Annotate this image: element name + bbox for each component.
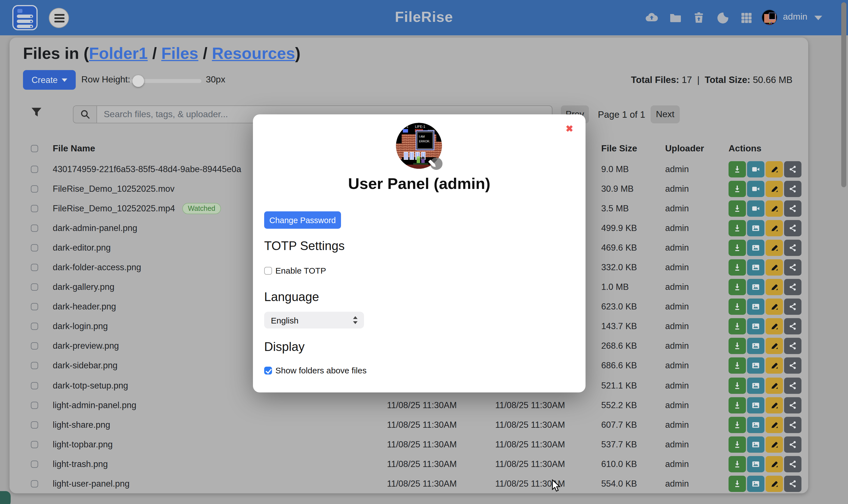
enable-totp-checkbox[interactable] — [264, 267, 272, 274]
row-checkbox[interactable] — [31, 461, 38, 468]
share-button[interactable] — [784, 181, 801, 197]
row-checkbox[interactable] — [31, 283, 38, 291]
download-button[interactable] — [728, 161, 746, 177]
preview-image-button[interactable] — [747, 299, 764, 315]
file-name[interactable]: light-trash.png — [53, 459, 108, 469]
download-button[interactable] — [728, 338, 746, 354]
avatar-edit-pencil-icon[interactable] — [428, 155, 444, 171]
file-name[interactable]: light-share.png — [53, 420, 110, 430]
preview-video-button[interactable] — [747, 181, 764, 197]
download-button[interactable] — [728, 200, 746, 216]
share-button[interactable] — [784, 417, 801, 433]
slider-thumb[interactable] — [132, 75, 144, 87]
create-button[interactable]: Create — [23, 70, 76, 90]
next-page-button[interactable]: Next — [651, 105, 680, 123]
user-menu-caret-icon[interactable] — [814, 16, 822, 20]
edit-button[interactable] — [765, 397, 783, 413]
filter-icon[interactable] — [31, 107, 42, 121]
file-name[interactable]: dark-folder-access.png — [53, 263, 141, 272]
share-button[interactable] — [784, 220, 801, 236]
edit-button[interactable] — [765, 200, 783, 216]
trash-restore-icon[interactable] — [692, 11, 706, 25]
file-name[interactable]: dark-preview.png — [53, 341, 119, 351]
breadcrumb-link-files[interactable]: Files — [161, 44, 198, 62]
row-checkbox[interactable] — [31, 264, 38, 271]
file-name[interactable]: dark-gallery.png — [53, 282, 114, 292]
row-checkbox[interactable] — [31, 165, 38, 173]
search-icon[interactable] — [73, 106, 97, 123]
language-select[interactable]: English — [264, 312, 364, 328]
share-button[interactable] — [784, 456, 801, 472]
row-checkbox[interactable] — [31, 401, 38, 409]
download-button[interactable] — [728, 220, 746, 236]
preview-image-button[interactable] — [747, 220, 764, 236]
share-button[interactable] — [784, 319, 801, 335]
file-name[interactable]: FileRise_Demo_10252025.mov — [53, 184, 174, 194]
row-checkbox[interactable] — [31, 441, 38, 448]
grid-view-icon[interactable] — [740, 11, 753, 25]
file-name[interactable]: 430174959-221f6a53-85f5-48d4-9abe-89445e… — [53, 164, 241, 174]
share-button[interactable] — [784, 279, 801, 295]
breadcrumb-link-folder1[interactable]: Folder1 — [89, 44, 148, 62]
preview-image-button[interactable] — [747, 279, 764, 295]
edit-button[interactable] — [765, 259, 783, 275]
download-button[interactable] — [728, 181, 746, 197]
row-checkbox[interactable] — [31, 303, 38, 310]
preview-image-button[interactable] — [747, 456, 764, 472]
select-all-checkbox[interactable] — [31, 145, 38, 152]
show-folders-checkbox[interactable] — [264, 366, 272, 374]
preview-image-button[interactable] — [747, 319, 764, 335]
edit-button[interactable] — [765, 181, 783, 197]
edit-button[interactable] — [765, 476, 783, 492]
file-name[interactable]: dark-admin-panel.png — [53, 223, 137, 233]
share-button[interactable] — [784, 259, 801, 275]
share-button[interactable] — [784, 436, 801, 453]
edit-button[interactable] — [765, 417, 783, 433]
upload-icon[interactable] — [645, 11, 658, 25]
user-menu-name[interactable]: admin — [783, 12, 807, 22]
download-button[interactable] — [728, 279, 746, 295]
share-button[interactable] — [784, 200, 801, 216]
download-button[interactable] — [728, 436, 746, 453]
breadcrumb-link-resources[interactable]: Resources — [212, 44, 295, 62]
preview-image-button[interactable] — [747, 358, 764, 374]
close-icon[interactable]: ✖ — [566, 123, 573, 134]
folder-icon[interactable] — [669, 11, 682, 25]
download-button[interactable] — [728, 476, 746, 492]
download-button[interactable] — [728, 397, 746, 413]
download-button[interactable] — [728, 299, 746, 315]
download-button[interactable] — [728, 417, 746, 433]
share-button[interactable] — [784, 338, 801, 354]
edit-button[interactable] — [765, 358, 783, 374]
share-button[interactable] — [784, 377, 801, 394]
share-button[interactable] — [784, 240, 801, 256]
share-button[interactable] — [784, 476, 801, 492]
edit-button[interactable] — [765, 299, 783, 315]
row-checkbox[interactable] — [31, 382, 38, 389]
download-button[interactable] — [728, 456, 746, 472]
file-name[interactable]: dark-sidebar.png — [53, 361, 118, 371]
file-name[interactable]: light-admin-panel.png — [53, 400, 136, 410]
preview-video-button[interactable] — [747, 200, 764, 216]
row-checkbox[interactable] — [31, 421, 38, 429]
download-button[interactable] — [728, 259, 746, 275]
dark-mode-moon-icon[interactable] — [716, 11, 730, 25]
scrollbar-thumb[interactable] — [841, 2, 846, 187]
header-file-size[interactable]: File Size — [601, 144, 637, 154]
preview-image-button[interactable] — [747, 240, 764, 256]
edit-button[interactable] — [765, 240, 783, 256]
file-name[interactable]: dark-totp-setup.png — [53, 380, 128, 391]
download-button[interactable] — [728, 240, 746, 256]
edit-button[interactable] — [765, 377, 783, 394]
share-button[interactable] — [784, 358, 801, 374]
file-name[interactable]: light-user-panel.png — [53, 479, 129, 489]
preview-image-button[interactable] — [747, 417, 764, 433]
file-name[interactable]: FileRise_Demo_10252025.mp4 — [53, 203, 175, 213]
edit-button[interactable] — [765, 220, 783, 236]
preview-image-button[interactable] — [747, 259, 764, 275]
file-name[interactable]: dark-editor.png — [53, 243, 111, 253]
edit-button[interactable] — [765, 161, 783, 177]
preview-image-button[interactable] — [747, 377, 764, 394]
edit-button[interactable] — [765, 319, 783, 335]
share-button[interactable] — [784, 299, 801, 315]
